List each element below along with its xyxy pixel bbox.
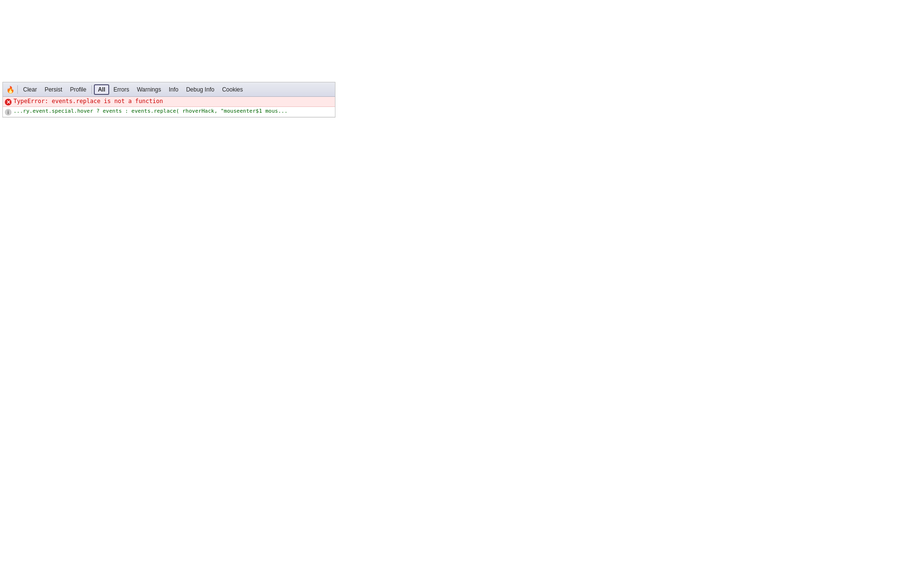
clear-button[interactable]: Clear bbox=[20, 84, 40, 95]
info-message: ...ry.event.special.hover ? events : eve… bbox=[13, 108, 288, 114]
errors-button[interactable]: Errors bbox=[110, 84, 133, 95]
error-icon: ✕ bbox=[5, 99, 12, 105]
debug-info-button[interactable]: Debug Info bbox=[183, 84, 218, 95]
profile-button[interactable]: Profile bbox=[66, 84, 90, 95]
console-panel: Clear Persist Profile All Errors Warning… bbox=[2, 82, 335, 118]
log-area: ✕ TypeError: events.replace is not a fun… bbox=[3, 97, 335, 117]
firebug-icon bbox=[6, 85, 14, 94]
toolbar: Clear Persist Profile All Errors Warning… bbox=[3, 82, 335, 97]
firebug-icon-button[interactable] bbox=[5, 84, 15, 95]
cookies-button[interactable]: Cookies bbox=[218, 84, 246, 95]
toolbar-separator-2 bbox=[91, 85, 92, 94]
warnings-button[interactable]: Warnings bbox=[133, 84, 164, 95]
persist-button[interactable]: Persist bbox=[41, 84, 66, 95]
info-button[interactable]: Info bbox=[166, 84, 182, 95]
error-message: TypeError: events.replace is not a funct… bbox=[13, 98, 163, 105]
toolbar-separator-1 bbox=[17, 85, 18, 94]
log-row-error[interactable]: ✕ TypeError: events.replace is not a fun… bbox=[3, 97, 335, 107]
log-row-info[interactable]: i ...ry.event.special.hover ? events : e… bbox=[3, 107, 335, 117]
all-button[interactable]: All bbox=[94, 84, 109, 95]
info-icon: i bbox=[5, 109, 12, 116]
